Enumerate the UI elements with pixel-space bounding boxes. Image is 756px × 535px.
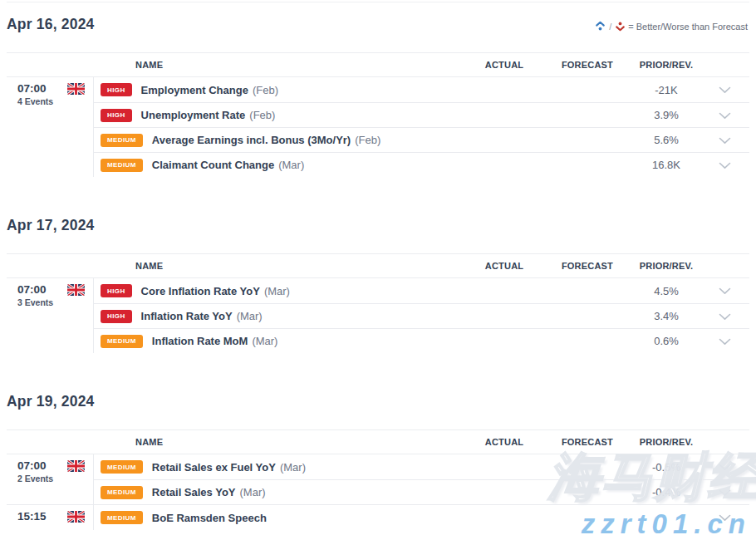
chevron-down-icon[interactable] — [719, 313, 731, 321]
time-group-row: 07:00 4 Events HIGH Employment Change — [7, 77, 749, 177]
event-name-cell: HIGH Inflation Rate YoY (Mar) — [94, 310, 467, 323]
column-header-prior: PRIOR/REV. — [633, 60, 700, 70]
forecast-legend: / = Better/Worse than Forecast — [595, 21, 748, 32]
column-header-prior: PRIOR/REV. — [633, 261, 700, 271]
calendar-body: Apr 16, 2024 NAME ACTUAL FORECAST PRIOR/… — [7, 14, 749, 530]
prior-value: 4.5% — [633, 285, 700, 297]
table-header-row: NAME ACTUAL FORECAST PRIOR/REV. — [7, 429, 749, 454]
expand-cell — [700, 459, 749, 474]
uk-flag-icon — [67, 460, 85, 472]
event-period: (Mar) — [264, 285, 290, 297]
uk-flag-icon — [67, 284, 85, 296]
event-period: (Mar) — [278, 159, 304, 171]
expand-cell — [700, 334, 749, 349]
event-rows: HIGH Employment Change (Feb) -21K HIGH U… — [94, 77, 749, 177]
events-table: NAME ACTUAL FORECAST PRIOR/REV. 07:00 4 … — [7, 52, 749, 177]
expand-cell — [700, 82, 749, 97]
event-name: Inflation Rate YoY — [141, 310, 233, 322]
importance-badge: MEDIUM — [101, 486, 143, 499]
importance-badge: HIGH — [101, 83, 132, 96]
chevron-down-icon[interactable] — [719, 287, 731, 295]
event-time: 07:00 — [17, 82, 53, 95]
chevron-down-icon[interactable] — [719, 86, 731, 94]
expand-cell — [700, 283, 749, 298]
event-rows: HIGH Core Inflation Rate YoY (Mar) 4.5% … — [94, 278, 749, 353]
event-time: 15:15 — [17, 510, 47, 523]
column-header-forecast: FORECAST — [542, 261, 633, 271]
importance-badge: HIGH — [101, 310, 132, 323]
time-cell: 07:00 2 Events — [7, 454, 94, 504]
event-name: Average Earnings incl. Bonus (3Mo/Yr) — [152, 134, 351, 146]
expand-cell — [700, 108, 749, 123]
uk-flag-icon — [67, 83, 85, 95]
column-header-actual: ACTUAL — [467, 60, 542, 70]
chevron-down-icon[interactable] — [719, 162, 731, 169]
importance-badge: MEDIUM — [101, 159, 143, 172]
prior-value: 5.6% — [633, 134, 700, 146]
column-header-forecast: FORECAST — [542, 437, 633, 447]
event-row[interactable]: MEDIUM Inflation Rate MoM (Mar) 0.6% — [94, 328, 749, 353]
event-name-cell: MEDIUM Inflation Rate MoM (Mar) — [94, 335, 467, 348]
event-row[interactable]: MEDIUM BoE Ramsden Speech — [94, 505, 749, 530]
uk-flag-icon — [67, 511, 85, 523]
event-row[interactable]: HIGH Inflation Rate YoY (Mar) 3.4% — [94, 303, 749, 328]
prior-value: 16.8K — [633, 159, 700, 171]
expand-cell — [700, 510, 749, 525]
event-time: 07:00 — [17, 459, 53, 472]
time-group-row: 15:15 MEDIUM BoE Ramsden Speech — [7, 504, 749, 530]
event-row[interactable]: MEDIUM Retail Sales ex Fuel YoY (Mar) -0… — [94, 454, 749, 479]
event-period: (Mar) — [237, 310, 263, 322]
date-heading: Apr 19, 2024 — [7, 391, 749, 411]
importance-badge: MEDIUM — [101, 134, 143, 147]
event-row[interactable]: HIGH Employment Change (Feb) -21K — [94, 77, 749, 102]
prior-value: 0.6% — [633, 335, 700, 347]
event-period: (Mar) — [240, 486, 266, 498]
event-name: Employment Change — [141, 84, 248, 96]
importance-badge: HIGH — [101, 109, 132, 122]
chevron-down-icon[interactable] — [719, 338, 731, 346]
event-name-cell: MEDIUM Claimant Count Change (Mar) — [94, 159, 467, 172]
chevron-down-icon[interactable] — [719, 464, 731, 471]
prior-value: 3.4% — [633, 310, 700, 322]
event-name-cell: MEDIUM Average Earnings incl. Bonus (3Mo… — [94, 134, 467, 147]
prior-value: -0.5% — [633, 461, 700, 474]
legend-text: = Better/Worse than Forecast — [628, 22, 748, 32]
column-header-actual: ACTUAL — [467, 261, 542, 271]
events-count: 3 Events — [17, 297, 53, 307]
calendar-day-section: Apr 19, 2024 NAME ACTUAL FORECAST PRIOR/… — [7, 391, 749, 530]
event-name: Inflation Rate MoM — [152, 335, 248, 347]
importance-badge: MEDIUM — [101, 511, 143, 524]
event-name: BoE Ramsden Speech — [152, 512, 267, 524]
importance-badge: MEDIUM — [101, 460, 143, 474]
events-count: 2 Events — [17, 474, 53, 483]
event-period: (Feb) — [355, 134, 380, 146]
better-than-forecast-icon — [595, 21, 606, 32]
expand-cell — [700, 485, 749, 500]
event-row[interactable]: HIGH Core Inflation Rate YoY (Mar) 4.5% — [94, 278, 749, 303]
event-row[interactable]: MEDIUM Retail Sales YoY (Mar) -0.4% — [94, 479, 749, 504]
table-header-row: NAME ACTUAL FORECAST PRIOR/REV. — [7, 253, 749, 278]
event-time: 07:00 — [17, 283, 53, 296]
table-header-row: NAME ACTUAL FORECAST PRIOR/REV. — [7, 52, 749, 77]
event-row[interactable]: MEDIUM Claimant Count Change (Mar) 16.8K — [94, 152, 749, 177]
prior-value: -0.4% — [633, 486, 700, 498]
event-period: (Mar) — [252, 335, 277, 347]
event-period: (Feb) — [249, 109, 275, 121]
chevron-down-icon[interactable] — [719, 112, 731, 120]
event-name-cell: HIGH Employment Change (Feb) — [94, 83, 467, 96]
time-group-row: 07:00 3 Events HIGH Core Inflation Rate — [7, 278, 749, 353]
event-name-cell: MEDIUM BoE Ramsden Speech — [94, 511, 467, 524]
chevron-down-icon[interactable] — [719, 489, 731, 497]
event-row[interactable]: HIGH Unemployment Rate (Feb) 3.9% — [94, 102, 749, 127]
event-name-cell: HIGH Core Inflation Rate YoY (Mar) — [94, 284, 467, 297]
time-cell: 07:00 3 Events — [7, 278, 94, 353]
time-group-row: 07:00 2 Events MEDIUM Retail Sales ex F — [7, 454, 749, 504]
event-period: (Mar) — [280, 461, 306, 474]
time-cell: 07:00 4 Events — [7, 77, 94, 177]
event-row[interactable]: MEDIUM Average Earnings incl. Bonus (3Mo… — [94, 127, 749, 152]
chevron-down-icon[interactable] — [719, 514, 731, 522]
column-header-forecast: FORECAST — [542, 60, 633, 70]
prior-value: 3.9% — [633, 109, 700, 121]
chevron-down-icon[interactable] — [719, 137, 731, 145]
event-name: Retail Sales ex Fuel YoY — [152, 461, 276, 474]
